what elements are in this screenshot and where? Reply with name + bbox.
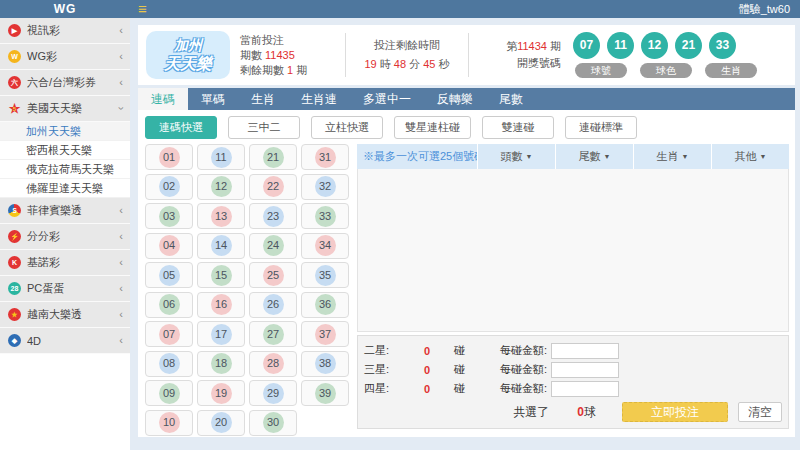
number-ball: 36 xyxy=(315,294,336,315)
number-grid-column: 11121314151617181920 xyxy=(197,144,245,429)
per-combo-amount-input[interactable] xyxy=(551,343,619,359)
per-combo-amount-input[interactable] xyxy=(551,381,619,397)
sidebar-subitem[interactable]: 佛羅里達天天樂 xyxy=(0,179,130,198)
number-cell[interactable]: 22 xyxy=(249,174,297,200)
number-ball: 03 xyxy=(159,206,180,227)
filter-dropdown[interactable]: 其他▼ xyxy=(711,144,789,169)
remaining-line: 剩餘期數 1 期 xyxy=(240,63,337,78)
drawn-ball: 12 xyxy=(641,32,668,59)
number-cell[interactable]: 04 xyxy=(145,233,193,259)
number-cell[interactable]: 32 xyxy=(301,174,349,200)
number-cell[interactable]: 14 xyxy=(197,233,245,259)
number-cell[interactable]: 25 xyxy=(249,262,297,288)
number-cell[interactable]: 17 xyxy=(197,321,245,347)
mode-button[interactable]: 雙連碰 xyxy=(482,116,554,139)
mode-button[interactable]: 雙星連柱碰 xyxy=(394,116,471,139)
number-cell[interactable]: 37 xyxy=(301,321,349,347)
place-bet-button[interactable]: 立即投注 xyxy=(622,402,728,422)
per-combo-amount-input[interactable] xyxy=(551,362,619,378)
number-cell[interactable]: 21 xyxy=(249,144,297,170)
sidebar-subitem[interactable]: 密西根天天樂 xyxy=(0,141,130,160)
filter-dropdown[interactable]: 頭數▼ xyxy=(477,144,555,169)
number-cell[interactable]: 06 xyxy=(145,292,193,318)
number-cell[interactable]: 33 xyxy=(301,203,349,229)
sidebar-item[interactable]: WWG彩‹ xyxy=(0,44,130,70)
number-cell[interactable]: 28 xyxy=(249,351,297,377)
number-cell[interactable]: 05 xyxy=(145,262,193,288)
number-cell[interactable]: 13 xyxy=(197,203,245,229)
number-cell[interactable]: 35 xyxy=(301,262,349,288)
sidebar-subitem[interactable]: 加州天天樂 xyxy=(0,122,130,141)
draw-numbers-label: 開獎號碼 xyxy=(477,55,561,72)
pc-dandan-icon: 28 xyxy=(8,282,21,295)
number-ball: 04 xyxy=(159,235,180,256)
number-cell[interactable]: 30 xyxy=(249,410,297,436)
number-cell[interactable]: 18 xyxy=(197,351,245,377)
bet-type-tab[interactable]: 單碼 xyxy=(188,88,238,110)
number-grid-column: 21222324252627282930 xyxy=(249,144,297,429)
number-cell[interactable]: 34 xyxy=(301,233,349,259)
bet-type-tab[interactable]: 生肖連 xyxy=(288,88,350,110)
sidebar-item[interactable]: ★5美國天天樂‹ xyxy=(0,96,130,122)
logo-line2: 天天樂 xyxy=(146,54,230,74)
sidebar-item[interactable]: ▶視訊彩‹ xyxy=(0,18,130,44)
number-cell[interactable]: 16 xyxy=(197,292,245,318)
sidebar-item[interactable]: ◆4D‹ xyxy=(0,328,130,354)
sidebar-item[interactable]: 六六合/台灣彩券‹ xyxy=(0,70,130,96)
number-cell[interactable]: 08 xyxy=(145,351,193,377)
number-cell[interactable]: 27 xyxy=(249,321,297,347)
number-ball: 12 xyxy=(211,176,232,197)
philippines-lottery-icon: S xyxy=(8,204,21,217)
filter-dropdown-label: 尾數 xyxy=(579,150,601,162)
sidebar-item[interactable]: ★越南大樂透‹ xyxy=(0,302,130,328)
mode-button[interactable]: 連碰標準 xyxy=(565,116,637,139)
username[interactable]: 體驗_tw60 xyxy=(739,2,790,17)
bet-type-tab[interactable]: 生肖 xyxy=(238,88,288,110)
number-cell[interactable]: 38 xyxy=(301,351,349,377)
number-cell[interactable]: 15 xyxy=(197,262,245,288)
number-ball: 34 xyxy=(315,235,336,256)
mode-button[interactable]: 連碼快選 xyxy=(145,116,217,139)
number-cell[interactable]: 29 xyxy=(249,380,297,406)
number-cell[interactable]: 01 xyxy=(145,144,193,170)
bet-type-tab[interactable]: 連碼 xyxy=(138,88,188,110)
sidebar-item[interactable]: ⚡分分彩‹ xyxy=(0,224,130,250)
number-cell[interactable]: 26 xyxy=(249,292,297,318)
number-ball: 32 xyxy=(315,176,336,197)
number-cell[interactable]: 09 xyxy=(145,380,193,406)
number-cell[interactable]: 24 xyxy=(249,233,297,259)
current-bet-label: 當前投注 xyxy=(240,33,337,48)
sidebar-item[interactable]: K基諾彩‹ xyxy=(0,250,130,276)
sidebar-subitem[interactable]: 俄克拉荷馬天天樂 xyxy=(0,160,130,179)
clear-button[interactable]: 清空 xyxy=(738,402,782,422)
number-cell[interactable]: 39 xyxy=(301,380,349,406)
bet-type-tab[interactable]: 尾數 xyxy=(486,88,536,110)
number-cell[interactable]: 12 xyxy=(197,174,245,200)
mode-button[interactable]: 立柱快選 xyxy=(311,116,383,139)
combo-count: 0 xyxy=(400,383,454,395)
sidebar-item[interactable]: 28PC蛋蛋‹ xyxy=(0,276,130,302)
number-cell[interactable]: 10 xyxy=(145,410,193,436)
number-cell[interactable]: 11 xyxy=(197,144,245,170)
ball-view-toggle-button[interactable]: 球號 xyxy=(575,63,627,78)
number-cell[interactable]: 36 xyxy=(301,292,349,318)
mode-button[interactable]: 三中二 xyxy=(228,116,300,139)
number-cell[interactable]: 20 xyxy=(197,410,245,436)
ball-view-toggle-button[interactable]: 球色 xyxy=(640,63,692,78)
number-cell[interactable]: 02 xyxy=(145,174,193,200)
number-cell[interactable]: 03 xyxy=(145,203,193,229)
bet-type-tab[interactable]: 反轉樂 xyxy=(424,88,486,110)
wg-lottery-icon: W xyxy=(8,50,21,63)
filter-dropdown[interactable]: 生肖▼ xyxy=(633,144,711,169)
hamburger-menu-icon[interactable]: ≡ xyxy=(138,1,147,17)
number-cell[interactable]: 23 xyxy=(249,203,297,229)
number-cell[interactable]: 31 xyxy=(301,144,349,170)
number-ball: 24 xyxy=(263,235,284,256)
sidebar-item[interactable]: S菲律賓樂透‹ xyxy=(0,198,130,224)
number-cell[interactable]: 19 xyxy=(197,380,245,406)
star-rows: 二星:0碰每碰金額:三星:0碰每碰金額:四星:0碰每碰金額: xyxy=(364,341,782,398)
filter-dropdown[interactable]: 尾數▼ xyxy=(555,144,633,169)
bet-type-tab[interactable]: 多選中一 xyxy=(350,88,424,110)
number-cell[interactable]: 07 xyxy=(145,321,193,347)
ball-view-toggle-button[interactable]: 生肖 xyxy=(705,63,757,78)
